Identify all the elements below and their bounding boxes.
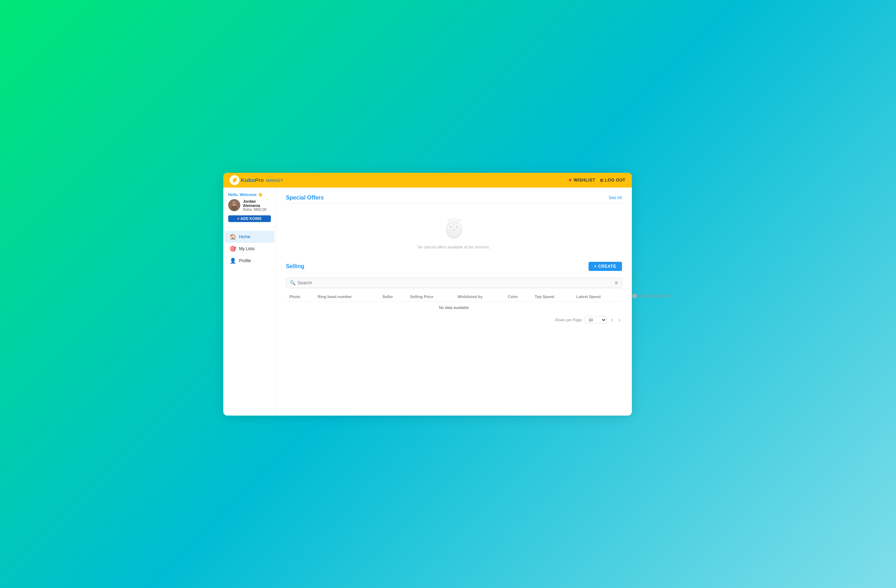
avatar [228, 199, 240, 211]
special-offers-header: Special Offers See All [286, 194, 622, 204]
content-area: Special Offers See All [276, 188, 632, 416]
col-latest-speed: Latest Speed [573, 292, 622, 302]
filter-icon[interactable]: ≡ [615, 280, 618, 286]
footer-text: Captured with Arc [632, 293, 673, 299]
sidebar-item-profile[interactable]: 👤 Profile [225, 255, 274, 267]
sidebar-item-label: My Lists [239, 246, 254, 251]
top-bar-right: ♥ WISHLIST ⎋ LOG OUT [568, 177, 625, 183]
svg-point-3 [232, 203, 233, 204]
table-header: Photo Ring band number Seller Selling Pr… [286, 292, 622, 302]
selling-section: Selling + CREATE 🔍 ≡ Photo Ring band num… [286, 262, 622, 324]
col-ring-band: Ring band number [314, 292, 379, 302]
user-info: Jordan Alemania Koins: 9402.00 [243, 199, 271, 211]
see-all-link[interactable]: See All [609, 195, 622, 200]
app-container: KuboPro MARKET ♥ WISHLIST ⎋ LOG OUT Hell… [223, 173, 632, 416]
col-top-speed: Top Speed [531, 292, 573, 302]
arc-icon [632, 293, 637, 299]
no-data-cell: No data available [286, 302, 622, 313]
wishlist-button[interactable]: ♥ WISHLIST [568, 177, 595, 183]
col-wishlisted: Wishlisted by [454, 292, 504, 302]
next-page-button[interactable]: › [617, 316, 622, 324]
logo-bird-icon [230, 175, 239, 185]
user-row: Jordan Alemania Koins: 9402.00 [228, 199, 271, 211]
selling-header: Selling + CREATE [286, 262, 622, 273]
col-selling-price: Selling Price [407, 292, 454, 302]
create-button[interactable]: + CREATE [588, 262, 622, 271]
col-photo: Photo [286, 292, 314, 302]
special-offers-empty: No special offers available at the momen… [286, 207, 622, 255]
search-row: 🔍 ≡ [286, 278, 622, 288]
nav-items: 🏠 Home 🎯 My Lists 👤 Profile [223, 227, 276, 267]
svg-point-10 [456, 225, 459, 228]
special-offers-title: Special Offers [286, 194, 324, 201]
logo-area: KuboPro MARKET [230, 175, 283, 185]
svg-point-1 [232, 202, 236, 206]
app-footer: Captured with Arc [632, 288, 673, 300]
sidebar: Hello, Welcome 👋 [223, 188, 276, 416]
rows-per-page-select[interactable]: 5 10 25 50 [585, 316, 607, 324]
svg-point-11 [451, 226, 452, 226]
user-name: Jordan Alemania [243, 199, 271, 208]
rows-per-page-label: Rows per Page [555, 318, 582, 322]
add-koins-button[interactable]: + ADD KOINS [228, 215, 271, 222]
table-body: No data available [286, 302, 622, 313]
sidebar-item-label: Home [239, 234, 250, 239]
col-color: Color [504, 292, 531, 302]
svg-point-13 [453, 229, 455, 230]
user-section: Hello, Welcome 👋 [223, 193, 276, 227]
col-seller: Seller [379, 292, 407, 302]
profile-icon: 👤 [230, 258, 236, 264]
selling-table: Photo Ring band number Seller Selling Pr… [286, 292, 622, 313]
logo-text: KuboPro MARKET [241, 177, 283, 183]
search-icon: 🔍 [290, 280, 296, 286]
search-input[interactable] [298, 280, 611, 286]
svg-point-9 [450, 225, 453, 228]
heart-icon: ♥ [568, 177, 571, 183]
svg-point-12 [457, 226, 458, 226]
svg-point-2 [231, 206, 238, 211]
sidebar-item-label: Profile [239, 258, 251, 263]
avatar-image [228, 199, 240, 211]
welcome-text: Hello, Welcome 👋 [228, 193, 271, 197]
lists-icon: 🎯 [230, 246, 236, 252]
pagination-row: Rows per Page 5 10 25 50 ‹ › [286, 316, 622, 324]
svg-point-4 [235, 203, 236, 204]
main-layout: Hello, Welcome 👋 [223, 188, 632, 416]
logout-button[interactable]: ⎋ LOG OUT [600, 177, 626, 183]
special-offers-empty-text: No special offers available at the momen… [418, 245, 490, 249]
prev-page-button[interactable]: ‹ [610, 316, 614, 324]
table-row-no-data: No data available [286, 302, 622, 313]
empty-owl-icon [440, 214, 468, 242]
sidebar-item-my-lists[interactable]: 🎯 My Lists [225, 243, 274, 255]
top-bar: KuboPro MARKET ♥ WISHLIST ⎋ LOG OUT [223, 173, 632, 188]
sidebar-item-home[interactable]: 🏠 Home [225, 231, 274, 243]
home-icon: 🏠 [230, 234, 236, 240]
search-input-wrap: 🔍 ≡ [286, 278, 622, 288]
selling-title: Selling [286, 263, 304, 269]
user-koins: Koins: 9402.00 [243, 208, 271, 211]
logout-icon: ⎋ [600, 177, 603, 183]
